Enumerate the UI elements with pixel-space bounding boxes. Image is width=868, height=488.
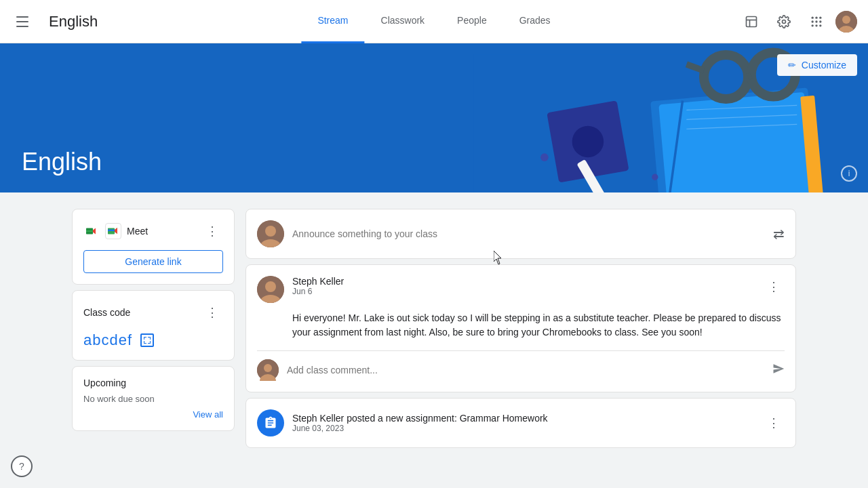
- post-meta: Steph Keller Jun 6: [292, 276, 755, 296]
- hamburger-icon: [16, 14, 33, 30]
- generate-link-button[interactable]: Generate link: [83, 250, 223, 273]
- meet-more-button[interactable]: ⋮: [201, 220, 223, 242]
- svg-point-31: [572, 126, 604, 158]
- page-body: Meet ⋮ Generate link Class code ⋮ abcdef: [61, 192, 807, 464]
- swap-icon: ⇄: [773, 226, 785, 242]
- view-all-link[interactable]: View all: [83, 409, 223, 420]
- svg-point-11: [815, 24, 817, 26]
- announce-card[interactable]: ⇄: [245, 209, 796, 259]
- meet-card-header: Meet ⋮: [83, 220, 223, 242]
- class-code-card: Class code ⋮ abcdef: [72, 290, 235, 361]
- expand-class-code-icon[interactable]: [140, 333, 154, 347]
- svg-point-45: [265, 281, 276, 292]
- meet-card: Meet ⋮ Generate link: [72, 209, 235, 285]
- assignment-meta: Steph Keller posted a new assignment: Gr…: [292, 413, 755, 433]
- upcoming-card: Upcoming No work due soon View all: [72, 366, 235, 431]
- settings-icon-button[interactable]: [770, 8, 797, 35]
- svg-point-8: [815, 20, 817, 22]
- info-icon[interactable]: i: [841, 165, 857, 182]
- class-code-more-button[interactable]: ⋮: [201, 302, 223, 323]
- main-content: English ✏ Customize i: [0, 43, 868, 488]
- main-nav: Stream Classwork People Grades: [301, 0, 566, 43]
- svg-line-27: [748, 75, 751, 77]
- meet-header: Meet: [83, 223, 148, 239]
- header-right: [738, 8, 857, 35]
- post-card: Steph Keller Jun 6 ⋮ Hi everyone! Mr. La…: [245, 264, 796, 392]
- class-banner: English ✏ Customize i: [0, 43, 868, 192]
- comment-avatar: [257, 359, 279, 381]
- pencil-icon: ✏: [788, 60, 796, 70]
- svg-point-9: [819, 20, 821, 22]
- svg-point-4: [812, 16, 814, 18]
- svg-point-42: [265, 226, 276, 237]
- svg-point-48: [264, 364, 272, 372]
- svg-point-10: [812, 24, 814, 26]
- chart-icon-button[interactable]: [738, 8, 765, 35]
- assignment-title: Steph Keller posted a new assignment: Gr…: [292, 413, 755, 424]
- svg-point-34: [540, 153, 549, 161]
- meet-icon-box: [105, 223, 121, 239]
- app-title: English: [49, 13, 98, 30]
- assignment-more-button[interactable]: ⋮: [763, 412, 785, 434]
- apps-icon-button[interactable]: [803, 8, 830, 35]
- help-button[interactable]: ?: [11, 455, 33, 477]
- stream-feed: ⇄ Steph Keller Jun 6: [245, 209, 796, 448]
- announce-avatar: [257, 220, 284, 247]
- post-author-name: Steph Keller: [292, 276, 755, 287]
- meet-icon: [83, 223, 100, 239]
- assignment-card: Steph Keller posted a new assignment: Gr…: [245, 398, 796, 448]
- banner-title: English: [22, 148, 102, 176]
- class-code-value: abcdef: [83, 331, 223, 349]
- customize-button[interactable]: ✏ Customize: [777, 54, 857, 76]
- post-date: Jun 6: [292, 287, 755, 296]
- header-left: English: [11, 8, 146, 35]
- assignment-icon: [257, 409, 284, 436]
- app-header: English Stream Classwork People Grades: [0, 0, 868, 43]
- assignment-header: Steph Keller posted a new assignment: Gr…: [257, 409, 785, 436]
- upcoming-label: Upcoming: [83, 378, 223, 388]
- post-body: Hi everyone! Mr. Lake is out sick today …: [257, 311, 785, 340]
- no-work-text: No work due soon: [83, 394, 223, 404]
- tab-stream[interactable]: Stream: [301, 0, 364, 43]
- announce-input[interactable]: [292, 228, 765, 239]
- comment-input[interactable]: [287, 365, 764, 375]
- class-code-label: Class code: [83, 307, 130, 318]
- hamburger-menu-button[interactable]: [11, 8, 38, 35]
- tab-grades[interactable]: Grades: [503, 0, 567, 43]
- tab-people[interactable]: People: [441, 0, 503, 43]
- svg-point-14: [842, 16, 850, 24]
- svg-point-5: [815, 16, 817, 18]
- sidebar: Meet ⋮ Generate link Class code ⋮ abcdef: [72, 209, 235, 448]
- svg-point-3: [783, 20, 786, 23]
- svg-point-12: [819, 24, 821, 26]
- post-header: Steph Keller Jun 6 ⋮: [257, 276, 785, 303]
- svg-point-6: [819, 16, 821, 18]
- comment-section: [257, 350, 785, 381]
- svg-rect-0: [747, 16, 757, 26]
- post-author-avatar: [257, 276, 284, 303]
- post-more-button[interactable]: ⋮: [763, 276, 785, 298]
- send-icon[interactable]: [772, 363, 785, 378]
- class-code-header: Class code ⋮: [83, 302, 223, 323]
- svg-rect-40: [108, 231, 115, 234]
- avatar[interactable]: [835, 11, 857, 33]
- tab-classwork[interactable]: Classwork: [365, 0, 441, 43]
- assignment-date: June 03, 2023: [292, 424, 755, 433]
- svg-point-35: [652, 174, 658, 180]
- meet-label: Meet: [127, 226, 148, 237]
- svg-point-7: [812, 20, 814, 22]
